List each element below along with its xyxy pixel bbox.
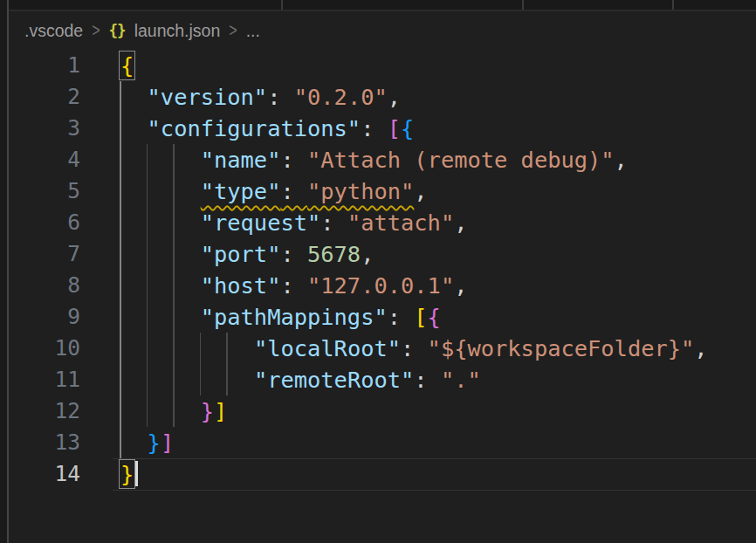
code-token: }	[120, 461, 134, 487]
code-token: :	[280, 147, 307, 173]
code-token	[120, 335, 254, 361]
code-line-content: {	[80, 50, 756, 81]
line-number[interactable]: 4	[0, 144, 80, 175]
code-token: "configurations"	[148, 115, 361, 141]
code-line-content: "name": "Attach (remote debug)",	[80, 144, 756, 175]
code-token	[120, 178, 201, 204]
code-token: "remoteRoot"	[254, 367, 414, 393]
code-token	[120, 272, 201, 299]
code-line-content: "remoteRoot": "."	[80, 364, 756, 395]
code-token: "attach"	[347, 210, 454, 236]
code-line-7[interactable]: 7 "port": 5678,	[0, 238, 756, 270]
line-number[interactable]: 8	[0, 270, 80, 301]
vscode-editor-window: .vscode > {} launch.json > ... 1{2 "vers…	[0, 0, 756, 543]
code-line-content: "type": "python",	[80, 175, 756, 207]
code-token: "localRoot"	[254, 335, 401, 361]
code-line-1[interactable]: 1{	[0, 50, 756, 81]
code-line-content: "configurations": [{	[80, 113, 756, 144]
code-line-13[interactable]: 13 }]	[0, 427, 756, 458]
code-token: "0.2.0"	[294, 84, 388, 110]
code-line-9[interactable]: 9 "pathMappings": [{	[0, 301, 756, 333]
code-line-4[interactable]: 4 "name": "Attach (remote debug)",	[0, 144, 756, 175]
line-number[interactable]: 5	[0, 175, 80, 207]
code-token	[120, 367, 254, 393]
code-token: [	[388, 115, 401, 141]
text-cursor	[135, 461, 138, 486]
tab-divider	[672, 0, 674, 10]
code-line-12[interactable]: 12 }]	[0, 395, 756, 427]
code-token: :	[414, 367, 441, 393]
chevron-right-icon: >	[229, 20, 237, 41]
code-token: "type"	[201, 178, 281, 204]
code-token	[120, 398, 201, 424]
code-token	[120, 430, 148, 456]
line-number[interactable]: 10	[0, 333, 80, 364]
code-token: {	[401, 115, 414, 141]
code-line-8[interactable]: 8 "host": "127.0.0.1",	[0, 270, 756, 301]
tab-divider	[281, 0, 283, 10]
code-line-content: "localRoot": "${workspaceFolder}",	[80, 333, 756, 364]
code-token: ]	[161, 430, 174, 456]
code-line-5[interactable]: 5 "type": "python",	[0, 175, 756, 207]
code-token	[120, 304, 201, 330]
line-number[interactable]: 6	[0, 207, 80, 238]
code-token: :	[320, 210, 347, 236]
code-token: "127.0.0.1"	[307, 272, 454, 299]
code-line-content: }]	[80, 395, 756, 427]
line-number[interactable]: 3	[0, 113, 80, 144]
code-token	[120, 210, 201, 236]
code-editor[interactable]: 1{2 "version": "0.2.0",3 "configurations…	[0, 50, 756, 543]
line-number[interactable]: 13	[0, 427, 80, 458]
code-token	[120, 84, 148, 110]
line-number[interactable]: 9	[0, 301, 80, 333]
code-token: ,	[454, 210, 467, 236]
code-line-14[interactable]: 14}	[0, 458, 756, 490]
code-token: [	[414, 304, 427, 330]
code-token: "Attach (remote debug)"	[307, 147, 615, 173]
code-token: ,	[454, 272, 467, 299]
code-token: "name"	[201, 147, 281, 173]
line-number[interactable]: 14	[0, 458, 80, 490]
code-token: :	[280, 241, 307, 267]
breadcrumb: .vscode > {} launch.json > ...	[9, 11, 756, 50]
code-line-2[interactable]: 2 "version": "0.2.0",	[0, 81, 756, 113]
code-token: ,	[414, 178, 427, 204]
breadcrumb-file[interactable]: launch.json	[134, 21, 221, 41]
code-token: ]	[214, 398, 227, 424]
code-token: "python"	[307, 178, 414, 204]
code-token: ,	[361, 241, 374, 267]
code-token	[120, 241, 201, 267]
line-number[interactable]: 2	[0, 81, 80, 113]
code-token: :	[280, 178, 307, 204]
code-line-content: }	[80, 458, 756, 490]
line-number[interactable]: 11	[0, 364, 80, 395]
code-line-content: "port": 5678,	[80, 238, 756, 270]
line-number[interactable]: 1	[0, 50, 80, 81]
code-token: {	[120, 52, 134, 79]
tab-divider	[522, 0, 524, 10]
breadcrumb-symbol-ellipsis[interactable]: ...	[246, 21, 260, 41]
code-line-6[interactable]: 6 "request": "attach",	[0, 207, 756, 238]
breadcrumb-folder[interactable]: .vscode	[24, 21, 83, 41]
line-number[interactable]: 7	[0, 238, 80, 270]
code-token: "."	[441, 367, 481, 393]
line-number[interactable]: 12	[0, 395, 80, 427]
code-token: }	[148, 430, 161, 456]
code-token: {	[428, 304, 441, 330]
code-line-10[interactable]: 10 "localRoot": "${workspaceFolder}",	[0, 333, 756, 364]
code-token: :	[267, 84, 294, 110]
code-line-11[interactable]: 11 "remoteRoot": "."	[0, 364, 756, 395]
code-token: }	[201, 398, 214, 424]
code-line-3[interactable]: 3 "configurations": [{	[0, 113, 756, 144]
code-token: "version"	[148, 84, 268, 110]
code-token: 5678	[307, 241, 361, 267]
chevron-right-icon: >	[92, 20, 100, 41]
code-token: :	[361, 115, 388, 141]
code-token: ,	[388, 84, 401, 110]
code-line-content: "request": "attach",	[80, 207, 756, 238]
code-token: :	[388, 304, 415, 330]
code-token: :	[401, 335, 428, 361]
code-token: "host"	[201, 272, 281, 299]
code-token	[120, 115, 148, 141]
code-token: "${workspaceFolder}"	[428, 335, 695, 361]
